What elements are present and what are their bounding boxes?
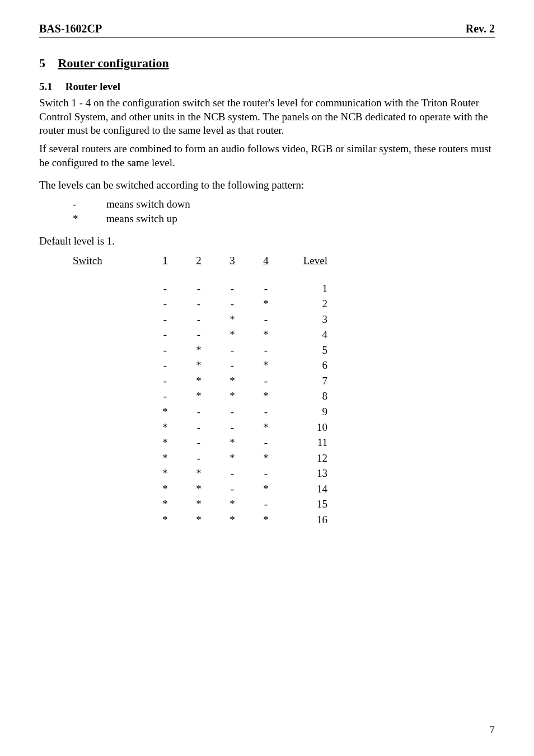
table-row: -**-7	[73, 373, 495, 389]
header-revision: Rev. 2	[466, 22, 495, 35]
cell-level: 2	[283, 296, 330, 312]
table-row: --*-3	[73, 312, 495, 327]
cell-switch-2: *	[182, 358, 216, 373]
paragraph-4: Default level is 1.	[39, 234, 495, 248]
cell-level: 12	[283, 450, 330, 466]
cell-switch-3: *	[216, 496, 249, 512]
cell-empty	[73, 404, 148, 420]
cell-switch-3: -	[216, 404, 249, 420]
cell-switch-3: *	[216, 373, 249, 389]
cell-switch-2: *	[182, 481, 216, 497]
cell-level: 1	[283, 281, 330, 297]
subsection-number: 5.1	[39, 81, 63, 93]
th-col-1: 1	[148, 253, 182, 269]
cell-empty	[73, 342, 148, 358]
th-switch: Switch	[73, 253, 148, 269]
cell-switch-1: -	[148, 373, 182, 389]
cell-switch-3: *	[216, 327, 249, 342]
cell-switch-2: -	[182, 420, 216, 435]
table-row: -*-*6	[73, 358, 495, 373]
header-model: BAS-1602CP	[39, 22, 102, 35]
cell-switch-2: -	[182, 404, 216, 420]
cell-switch-2: -	[182, 296, 216, 312]
cell-switch-4: *	[249, 388, 283, 404]
cell-switch-2: *	[182, 512, 216, 528]
cell-empty	[73, 496, 148, 512]
cell-level: 8	[283, 388, 330, 404]
cell-empty	[73, 312, 148, 327]
cell-switch-3: -	[216, 281, 249, 297]
section-number: 5	[39, 56, 55, 71]
th-col-4: 4	[249, 253, 283, 269]
cell-empty	[73, 435, 148, 450]
cell-level: 5	[283, 342, 330, 358]
cell-switch-3: *	[216, 435, 249, 450]
section-heading: 5 Router configuration	[39, 56, 495, 71]
table-row: --**4	[73, 327, 495, 342]
table-spacer	[73, 269, 495, 281]
cell-switch-4: -	[249, 312, 283, 327]
table-row: *-*-11	[73, 435, 495, 450]
table-row: *-**12	[73, 450, 495, 466]
legend-symbol: *	[73, 212, 106, 226]
cell-switch-1: -	[148, 388, 182, 404]
cell-switch-4: *	[249, 450, 283, 466]
cell-level: 16	[283, 512, 330, 528]
subsection-heading: 5.1 Router level	[39, 81, 495, 93]
cell-switch-2: *	[182, 373, 216, 389]
section-title: Router configuration	[58, 56, 169, 70]
cell-switch-4: *	[249, 327, 283, 342]
cell-level: 3	[283, 312, 330, 327]
switch-table: Switch 1 2 3 4 Level ----1---*2--*-3--**…	[73, 253, 495, 527]
cell-level: 11	[283, 435, 330, 450]
cell-empty	[73, 296, 148, 312]
cell-switch-4: -	[249, 435, 283, 450]
cell-empty	[73, 481, 148, 497]
legend-block: - means switch down * means switch up	[73, 197, 495, 226]
table-row: -***8	[73, 388, 495, 404]
cell-switch-2: *	[182, 466, 216, 481]
th-col-2: 2	[182, 253, 216, 269]
cell-empty	[73, 388, 148, 404]
paragraph-1: Switch 1 - 4 on the configuration switch…	[39, 96, 495, 138]
cell-switch-3: -	[216, 466, 249, 481]
cell-switch-4: *	[249, 296, 283, 312]
table-row: -*--5	[73, 342, 495, 358]
cell-switch-3: -	[216, 481, 249, 497]
cell-switch-4: *	[249, 481, 283, 497]
cell-empty	[73, 327, 148, 342]
cell-switch-4: -	[249, 496, 283, 512]
cell-switch-2: *	[182, 496, 216, 512]
legend-text: means switch up	[106, 212, 177, 226]
paragraph-2: If several routers are combined to form …	[39, 142, 495, 170]
cell-switch-1: -	[148, 281, 182, 297]
table-row: *--*10	[73, 420, 495, 435]
table-row: ****16	[73, 512, 495, 528]
legend-row: * means switch up	[73, 212, 495, 226]
cell-switch-2: -	[182, 281, 216, 297]
cell-switch-4: -	[249, 373, 283, 389]
paragraph-3: The levels can be switched according to …	[39, 179, 495, 192]
cell-switch-1: *	[148, 450, 182, 466]
table-header-row: Switch 1 2 3 4 Level	[73, 253, 495, 269]
cell-switch-2: *	[182, 342, 216, 358]
cell-switch-1: *	[148, 435, 182, 450]
cell-empty	[73, 281, 148, 297]
cell-level: 15	[283, 496, 330, 512]
cell-switch-3: *	[216, 312, 249, 327]
cell-level: 13	[283, 466, 330, 481]
cell-switch-4: *	[249, 512, 283, 528]
cell-switch-1: *	[148, 420, 182, 435]
cell-empty	[73, 512, 148, 528]
cell-switch-2: -	[182, 327, 216, 342]
cell-switch-3: *	[216, 450, 249, 466]
cell-switch-3: -	[216, 358, 249, 373]
cell-switch-1: -	[148, 358, 182, 373]
cell-empty	[73, 450, 148, 466]
cell-empty	[73, 420, 148, 435]
cell-switch-4: -	[249, 404, 283, 420]
cell-level: 9	[283, 404, 330, 420]
cell-switch-4: -	[249, 466, 283, 481]
subsection-title: Router level	[65, 81, 120, 92]
page-number: 7	[490, 724, 495, 736]
